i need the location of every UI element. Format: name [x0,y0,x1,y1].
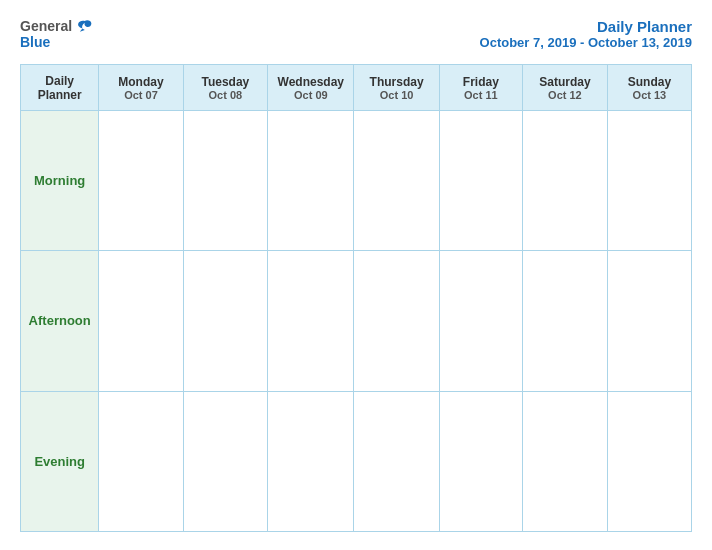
blue-bird-icon [75,19,93,33]
cell-friday-afternoon[interactable] [439,251,522,391]
col-header-tuesday: Tuesday Oct 08 [183,65,268,111]
col-header-friday: Friday Oct 11 [439,65,522,111]
row-label-afternoon: Afternoon [21,251,99,391]
col-header-monday: Monday Oct 07 [99,65,183,111]
cell-tuesday-morning[interactable] [183,111,268,251]
logo-area: General Blue [20,18,93,50]
cell-sunday-evening[interactable] [607,391,691,531]
cell-saturday-evening[interactable] [522,391,607,531]
header: General Blue Daily Planner October 7, 20… [20,18,692,50]
cell-thursday-afternoon[interactable] [354,251,439,391]
cell-thursday-evening[interactable] [354,391,439,531]
cell-saturday-afternoon[interactable] [522,251,607,391]
page: General Blue Daily Planner October 7, 20… [0,0,712,550]
col-header-wednesday: Wednesday Oct 09 [268,65,354,111]
logo-text: General [20,18,93,34]
cell-monday-morning[interactable] [99,111,183,251]
title-area: Daily Planner October 7, 2019 - October … [480,18,692,50]
cell-wednesday-evening[interactable] [268,391,354,531]
row-afternoon: Afternoon [21,251,692,391]
row-label-morning: Morning [21,111,99,251]
daily-planner-header: DailyPlanner [21,65,99,111]
header-row: DailyPlanner Monday Oct 07 Tuesday Oct 0… [21,65,692,111]
cell-saturday-morning[interactable] [522,111,607,251]
title-sub: October 7, 2019 - October 13, 2019 [480,35,692,50]
cell-monday-afternoon[interactable] [99,251,183,391]
cell-tuesday-afternoon[interactable] [183,251,268,391]
daily-planner-label: DailyPlanner [23,74,96,102]
calendar-table: DailyPlanner Monday Oct 07 Tuesday Oct 0… [20,64,692,532]
row-evening: Evening [21,391,692,531]
logo-blue: Blue [20,34,50,50]
cell-wednesday-afternoon[interactable] [268,251,354,391]
col-header-sunday: Sunday Oct 13 [607,65,691,111]
logo-general: General [20,18,72,34]
cell-tuesday-evening[interactable] [183,391,268,531]
col-header-thursday: Thursday Oct 10 [354,65,439,111]
cell-wednesday-morning[interactable] [268,111,354,251]
cell-thursday-morning[interactable] [354,111,439,251]
cell-monday-evening[interactable] [99,391,183,531]
title-main: Daily Planner [480,18,692,35]
cell-friday-morning[interactable] [439,111,522,251]
cell-sunday-afternoon[interactable] [607,251,691,391]
cell-sunday-morning[interactable] [607,111,691,251]
col-header-saturday: Saturday Oct 12 [522,65,607,111]
cell-friday-evening[interactable] [439,391,522,531]
row-morning: Morning [21,111,692,251]
row-label-evening: Evening [21,391,99,531]
